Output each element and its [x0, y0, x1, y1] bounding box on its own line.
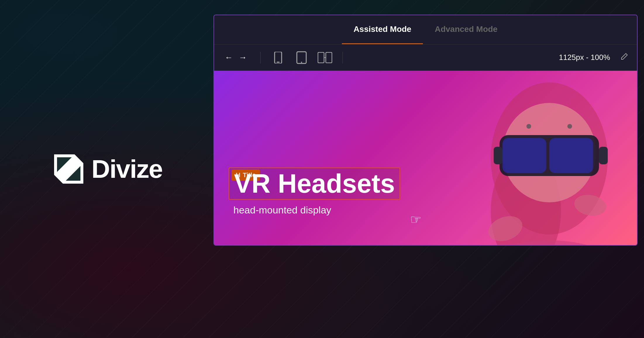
device-tablet-portrait-button[interactable]: [293, 49, 310, 66]
svg-point-21: [526, 124, 531, 129]
edit-icon[interactable]: [621, 53, 628, 62]
svg-point-22: [567, 124, 572, 129]
svg-rect-20: [599, 147, 608, 164]
logo-text: Divize: [92, 154, 162, 184]
canvas-background: H Title VR Headsets head-mounted display…: [214, 71, 637, 245]
logo-icon: [54, 154, 83, 184]
svg-rect-4: [277, 62, 280, 63]
nav-back-button[interactable]: ←: [223, 51, 235, 64]
tab-assisted-mode[interactable]: Assisted Mode: [342, 15, 423, 44]
editor-panel: Assisted Mode Advanced Mode ← →: [213, 15, 638, 246]
nav-forward-button[interactable]: →: [237, 51, 249, 64]
left-panel: Divize: [0, 0, 216, 338]
nav-buttons: ← →: [223, 51, 249, 64]
svg-rect-7: [318, 52, 324, 63]
separator-1: [260, 52, 261, 63]
device-dual-screen-button[interactable]: [316, 49, 334, 66]
subtitle: head-mounted display: [229, 204, 400, 216]
svg-rect-17: [502, 138, 546, 173]
logo-container: Divize: [54, 154, 162, 184]
cursor-hand-icon: ☞: [410, 212, 421, 227]
main-title[interactable]: VR Headsets: [229, 168, 400, 200]
separator-2: [342, 52, 343, 63]
vr-headset-image: [403, 71, 637, 245]
svg-rect-18: [549, 138, 593, 173]
main-title-area[interactable]: VR Headsets head-mounted display: [229, 168, 400, 216]
editor-toolbar: ← → 1125px - 100%: [214, 44, 637, 71]
svg-rect-8: [326, 52, 332, 63]
editor-topbar: Assisted Mode Advanced Mode: [214, 15, 637, 44]
svg-point-6: [301, 62, 302, 63]
editor-canvas: H Title VR Headsets head-mounted display…: [214, 71, 637, 245]
svg-rect-19: [494, 147, 502, 164]
zoom-label: 1125px - 100%: [559, 53, 610, 62]
device-mobile-button[interactable]: [269, 49, 287, 66]
tab-advanced-mode[interactable]: Advanced Mode: [423, 15, 509, 44]
